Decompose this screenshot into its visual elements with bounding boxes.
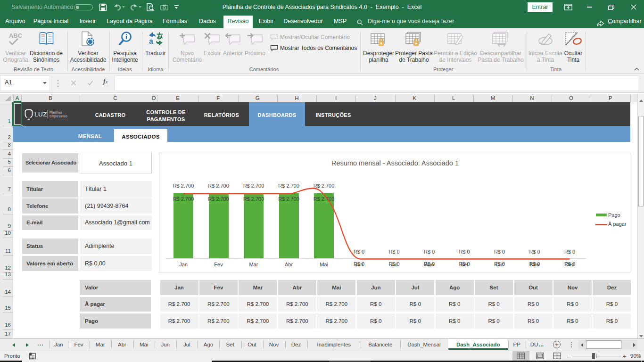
svg-text:a: a — [149, 37, 153, 45]
